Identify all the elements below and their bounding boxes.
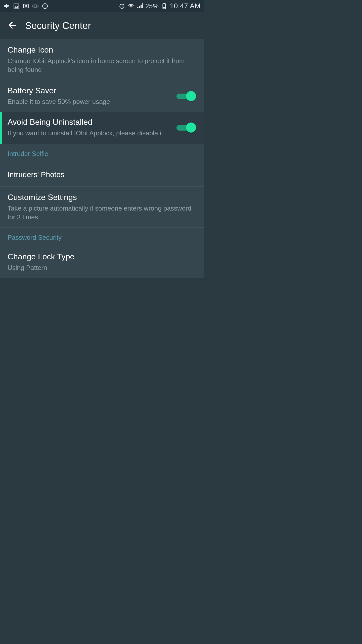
mute-icon [3, 2, 11, 10]
svg-rect-10 [163, 7, 165, 8]
status-left [3, 2, 49, 10]
svg-point-3 [33, 6, 34, 7]
change-icon-title: Change Icon [8, 45, 196, 55]
battery-saver-row[interactable]: Battery Saver Enable it to save 50% powe… [0, 80, 204, 112]
section-password-security: Password Security [0, 228, 204, 246]
intruders-photos-row[interactable]: Intruders' Photos [0, 162, 204, 187]
customize-settings-row[interactable]: Customize Settings Take a picture automa… [0, 187, 204, 227]
battery-percent: 25% [145, 2, 159, 10]
battery-saver-toggle[interactable] [176, 91, 196, 101]
battery-saver-desc: Enable it to save 50% power usage [8, 97, 171, 106]
app-bar: Security Center [0, 12, 204, 39]
intruders-photos-title: Intruders' Photos [8, 170, 196, 179]
change-icon-desc: Change IObit Applock's icon in home scre… [8, 57, 196, 74]
settings-list: Change Icon Change IObit Applock's icon … [0, 39, 204, 278]
wifi-icon [127, 2, 135, 10]
change-icon-row[interactable]: Change Icon Change IObit Applock's icon … [0, 39, 204, 80]
page-title: Security Center [25, 20, 91, 31]
svg-point-4 [36, 6, 37, 7]
section-intruder-selfie: Intruder Selfie [0, 144, 204, 162]
status-right: 25% 10:47 AM [118, 2, 201, 10]
screenshot-icon [22, 2, 30, 10]
signal-icon [136, 2, 144, 10]
avoid-uninstall-toggle[interactable] [176, 123, 196, 133]
battery-saver-title: Battery Saver [8, 86, 171, 95]
avoid-uninstall-title: Avoid Being Uninstalled [8, 117, 171, 127]
customize-settings-desc: Take a picture automatically if someone … [8, 204, 196, 222]
back-arrow-icon[interactable] [8, 20, 18, 31]
alarm-icon [118, 2, 126, 10]
change-lock-type-title: Change Lock Type [8, 252, 196, 261]
avoid-uninstall-desc: If you want to uninstall IObit Applock, … [8, 129, 171, 138]
avoid-uninstall-row[interactable]: Avoid Being Uninstalled If you want to u… [0, 112, 204, 144]
image-icon [13, 2, 20, 10]
change-lock-type-desc: Using Pattern [8, 263, 196, 272]
svg-point-1 [25, 5, 27, 7]
circle-icon [41, 2, 49, 10]
status-bar: 25% 10:47 AM [0, 0, 204, 12]
change-lock-type-row[interactable]: Change Lock Type Using Pattern [0, 246, 204, 278]
svg-rect-9 [164, 3, 165, 4]
clock-text: 10:47 AM [170, 2, 201, 10]
svg-rect-0 [23, 4, 28, 8]
voicemail-icon [32, 2, 39, 10]
battery-icon [160, 2, 168, 10]
customize-settings-title: Customize Settings [8, 193, 196, 202]
